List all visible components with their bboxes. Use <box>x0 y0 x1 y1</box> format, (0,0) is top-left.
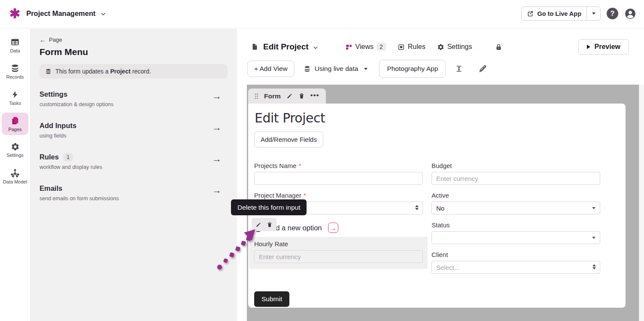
panel-title: Form Menu <box>39 47 228 57</box>
menu-item-desc: send emails on form submissions <box>39 196 228 202</box>
view-tab-label: Form <box>264 92 281 100</box>
tab-views[interactable]: Views 2 <box>345 43 386 51</box>
lightning-icon <box>11 90 19 99</box>
menu-item-title: Rules 1 <box>39 153 228 161</box>
form-view-tab[interactable]: Form ••• <box>248 89 326 104</box>
active-select[interactable]: No <box>431 202 600 214</box>
back-to-page-link[interactable]: ← Page <box>39 37 228 43</box>
field-hourly-rate-hovered[interactable]: Hourly Rate <box>249 237 428 269</box>
client-select[interactable]: Select... <box>431 261 600 274</box>
play-icon <box>587 45 590 49</box>
live-data-dropdown[interactable]: Using live data <box>304 65 368 73</box>
rail-item-data-model[interactable]: Data Model <box>2 165 28 187</box>
client-select-placeholder: Select... <box>436 264 459 271</box>
arrow-right-icon: → <box>212 91 222 102</box>
delete-input-icon[interactable] <box>267 222 273 228</box>
menu-item-add-inputs[interactable]: Add Inputs using fields → <box>39 114 228 146</box>
preview-button[interactable]: Preview <box>578 39 629 55</box>
back-label: Page <box>49 37 62 43</box>
hourly-rate-input[interactable] <box>254 250 423 263</box>
rules-count-badge: 1 <box>63 153 73 161</box>
field-label: Project Manager* <box>254 192 423 199</box>
tab-label: Rules <box>408 43 425 51</box>
main-area: Edit Project Views 2 Rules <box>237 29 644 321</box>
status-select[interactable] <box>431 231 600 244</box>
go-to-live-app-button[interactable]: Go to Live App <box>521 6 601 21</box>
go-to-live-app-main[interactable]: Go to Live App <box>522 7 586 20</box>
required-asterisk: * <box>298 162 301 169</box>
page-title-group[interactable]: Edit Project <box>251 42 319 52</box>
database-icon <box>45 68 52 75</box>
canvas-scrollbar[interactable] <box>639 85 644 321</box>
go-to-live-app-dropdown[interactable] <box>586 7 600 20</box>
menu-item-title: Settings <box>39 90 228 98</box>
info-text: This form updates a Project record. <box>55 68 151 75</box>
add-option-go-button[interactable]: → <box>328 223 338 233</box>
vertical-spacing-icon[interactable] <box>455 64 463 73</box>
menu-item-title: Emails <box>39 184 228 193</box>
tab-settings[interactable]: Settings <box>437 43 472 51</box>
arrow-right-icon: → <box>212 153 222 165</box>
gear-icon <box>11 142 20 151</box>
database-icon <box>304 65 311 73</box>
arrow-right-icon: → <box>212 185 222 196</box>
add-remove-fields-button[interactable]: Add/Remove Fields <box>254 131 323 147</box>
icon-rail: Data Records Tasks Pages Settings Data M… <box>0 29 30 321</box>
pages-icon <box>10 116 20 125</box>
add-option-row: Add a new option → <box>254 221 423 234</box>
field-label: Hourly Rate <box>254 240 423 248</box>
menu-item-settings[interactable]: Settings customization & design options … <box>39 83 228 114</box>
budget-input[interactable] <box>431 172 600 185</box>
disable-inline-edit-icon[interactable] <box>478 64 487 73</box>
active-select-value: No <box>436 205 444 212</box>
select-updown-icon <box>592 264 596 269</box>
source-app-chip[interactable]: Photography App <box>379 60 446 78</box>
external-link-icon <box>527 10 534 17</box>
form-col-left: Projects Name* Project Manager* <box>254 162 423 307</box>
page-tabs: Views 2 Rules Settings <box>345 43 503 51</box>
help-icon[interactable]: ? <box>607 8 618 19</box>
rail-item-pages[interactable]: Pages <box>2 113 28 135</box>
rail-item-settings[interactable]: Settings <box>2 139 28 161</box>
avatar[interactable] <box>624 8 636 20</box>
delete-view-icon[interactable] <box>298 93 305 99</box>
delete-input-tooltip: Delete this form input <box>231 199 307 215</box>
tab-rules[interactable]: Rules <box>398 43 425 51</box>
tab-label: Views <box>355 43 374 51</box>
select-updown-icon <box>415 205 419 210</box>
views-count-badge: 2 <box>377 43 386 51</box>
rail-item-records[interactable]: Records <box>2 60 28 83</box>
live-data-label: Using live data <box>315 65 358 73</box>
chevron-down-icon <box>364 68 368 70</box>
menu-item-title: Add Inputs <box>39 122 228 130</box>
drag-handle-icon[interactable] <box>255 93 258 99</box>
edit-input-icon[interactable] <box>255 222 261 228</box>
menu-item-emails[interactable]: Emails send emails on form submissions → <box>39 177 228 208</box>
edit-view-icon[interactable] <box>286 93 293 99</box>
field-label: Client <box>431 251 600 258</box>
rail-item-data[interactable]: Data <box>2 34 28 56</box>
data-model-icon <box>10 168 20 178</box>
submit-button[interactable]: Submit <box>254 291 289 307</box>
form-menu-panel: ← Page Form Menu This form updates a Pro… <box>30 29 237 321</box>
lock-icon[interactable] <box>495 43 502 51</box>
brand-logo-icon[interactable]: ✱ <box>9 7 20 20</box>
app-switcher-chevron-icon[interactable] <box>100 11 106 17</box>
rules-chip-icon <box>398 43 405 51</box>
views-icon <box>345 43 352 51</box>
menu-item-desc: using fields <box>39 133 228 139</box>
chevron-down-icon <box>592 12 595 15</box>
chevron-down-icon[interactable] <box>313 45 319 51</box>
more-options-icon[interactable]: ••• <box>310 92 319 99</box>
rail-label: Settings <box>6 153 24 158</box>
field-client: Client Select... <box>431 251 600 274</box>
arrow-right-icon: → <box>212 122 222 133</box>
page-header: Edit Project Views 2 Rules <box>237 29 644 55</box>
form-source-info: This form updates a Project record. <box>39 64 228 79</box>
form-menu-list: Settings customization & design options … <box>39 83 228 208</box>
rail-label: Pages <box>8 127 21 132</box>
menu-item-rules[interactable]: Rules 1 workflow and display rules → <box>39 146 228 177</box>
rail-item-tasks[interactable]: Tasks <box>2 86 28 109</box>
projects-name-input[interactable] <box>254 172 423 185</box>
add-view-button[interactable]: + Add View <box>247 61 295 77</box>
